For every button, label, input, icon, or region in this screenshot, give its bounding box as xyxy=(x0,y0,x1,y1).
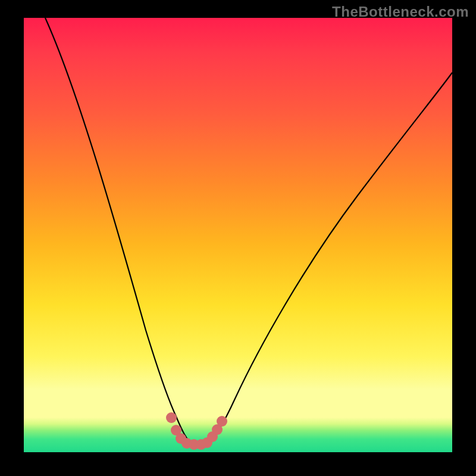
svg-point-0 xyxy=(166,412,177,423)
gradient-plot-area xyxy=(24,18,452,452)
curve-layer xyxy=(24,18,452,452)
bottleneck-curve-path xyxy=(45,18,452,444)
svg-point-9 xyxy=(217,416,227,427)
chart-stage: TheBottleneck.com xyxy=(0,0,476,476)
highlight-dots xyxy=(166,412,227,450)
